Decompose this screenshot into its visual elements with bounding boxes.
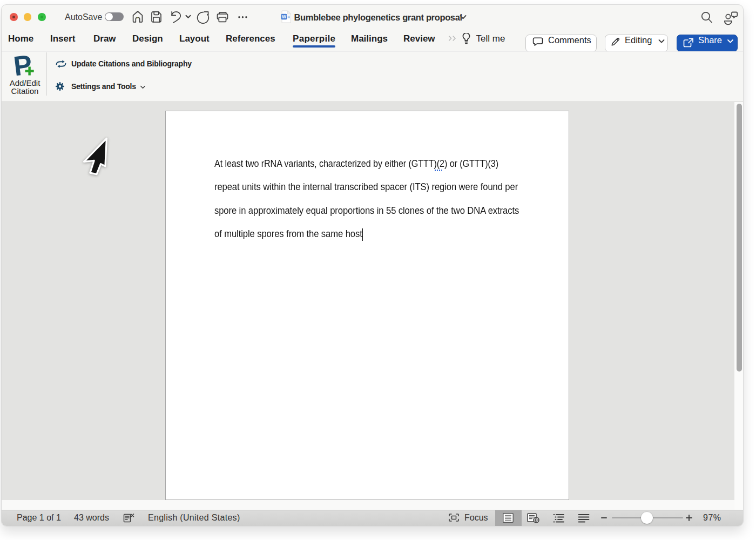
svg-text:W: W [282,14,287,19]
svg-text:P: P [14,55,34,81]
